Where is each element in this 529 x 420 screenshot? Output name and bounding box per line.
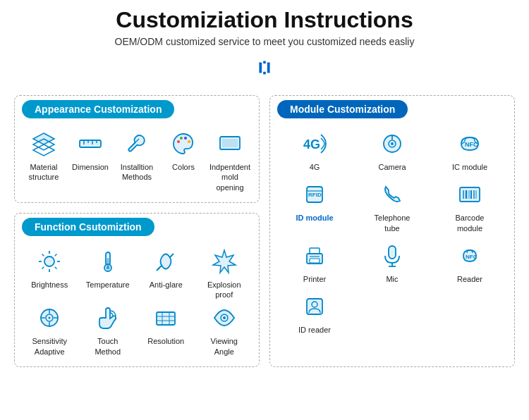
layers-icon bbox=[28, 128, 59, 159]
item-label: Anti-glare bbox=[150, 280, 183, 290]
svg-marker-34 bbox=[213, 250, 236, 273]
right-col: Module Customization 4G 4G bbox=[269, 95, 515, 367]
item-label: Barcodemodule bbox=[456, 213, 485, 233]
svg-rect-66 bbox=[310, 248, 320, 254]
divider-icon bbox=[14, 54, 515, 85]
svg-point-37 bbox=[49, 317, 51, 319]
list-item: RFID ID module bbox=[277, 179, 352, 233]
appearance-section: Appearance Customization Materialstructu… bbox=[14, 95, 260, 203]
list-item: Anti-glare bbox=[138, 246, 194, 300]
list-item: Resolution bbox=[138, 302, 194, 357]
list-item: ViewingAngle bbox=[197, 302, 253, 357]
svg-line-27 bbox=[55, 254, 57, 256]
list-item: Explosionproof bbox=[197, 246, 253, 300]
idreader-icon bbox=[299, 291, 330, 322]
svg-text:RFID: RFID bbox=[308, 192, 322, 198]
item-label: Mic bbox=[386, 274, 398, 284]
svg-rect-58 bbox=[460, 187, 480, 202]
item-label: Dimension bbox=[72, 162, 109, 172]
module-section: Module Customization 4G 4G bbox=[269, 95, 515, 367]
item-label: Resolution bbox=[147, 336, 184, 346]
svg-point-16 bbox=[184, 137, 187, 140]
svg-point-14 bbox=[177, 140, 180, 143]
item-label: Explosionproof bbox=[207, 280, 241, 300]
list-item: Materialstructure bbox=[22, 128, 66, 192]
svg-point-48 bbox=[223, 316, 226, 319]
list-item: TouchMethod bbox=[80, 302, 136, 357]
item-label: TouchMethod bbox=[95, 336, 121, 357]
svg-rect-69 bbox=[389, 246, 396, 259]
left-col: Appearance Customization Materialstructu… bbox=[14, 95, 260, 367]
list-item: Indpentdentmold opening bbox=[208, 128, 252, 192]
wrench-icon bbox=[121, 128, 152, 159]
svg-text:4G: 4G bbox=[303, 137, 320, 152]
appearance-header: Appearance Customization bbox=[22, 100, 174, 118]
function-header: Function Csutomiztion bbox=[22, 218, 154, 236]
item-label: InstalltionMethods bbox=[121, 162, 153, 183]
svg-text:NFC: NFC bbox=[466, 254, 478, 260]
camera-icon bbox=[377, 128, 408, 159]
list-item: Mic bbox=[355, 240, 430, 284]
item-label: SensitivityAdaptive bbox=[32, 336, 67, 357]
barcode-icon bbox=[454, 179, 485, 210]
list-item: ID reader bbox=[277, 291, 352, 335]
svg-point-17 bbox=[188, 140, 190, 143]
main-grid: Appearance Customization Materialstructu… bbox=[14, 95, 515, 367]
svg-point-32 bbox=[106, 266, 109, 269]
svg-rect-67 bbox=[310, 259, 320, 263]
item-label: Indpentdentmold opening bbox=[208, 162, 252, 192]
svg-rect-1 bbox=[267, 62, 270, 73]
svg-rect-19 bbox=[222, 139, 238, 147]
phone-icon bbox=[377, 179, 408, 210]
item-label: Colors bbox=[172, 162, 195, 172]
svg-line-25 bbox=[42, 254, 44, 256]
list-item: Barcodemodule bbox=[432, 179, 507, 233]
item-label: 4G bbox=[310, 162, 320, 172]
svg-rect-2 bbox=[263, 61, 266, 64]
mic-icon bbox=[377, 240, 408, 271]
screen-icon bbox=[214, 128, 245, 159]
ic-icon: NFC bbox=[454, 128, 485, 159]
palette-icon bbox=[168, 128, 199, 159]
list-item: Telephonetube bbox=[355, 179, 430, 233]
list-item: InstalltionMethods bbox=[115, 128, 159, 192]
explosion-icon bbox=[209, 246, 240, 277]
list-item: Printer bbox=[277, 240, 352, 284]
item-label: ID reader bbox=[298, 325, 331, 335]
svg-point-20 bbox=[44, 257, 54, 266]
page-title: Customiziation Instructions bbox=[14, 7, 515, 33]
svg-rect-42 bbox=[157, 312, 175, 325]
function-items: Brightness Temperature bbox=[22, 246, 252, 357]
item-label: Printer bbox=[303, 274, 326, 284]
item-label: Camera bbox=[378, 162, 406, 172]
item-label: Reader bbox=[457, 274, 482, 284]
svg-line-26 bbox=[55, 267, 57, 269]
list-item: SensitivityAdaptive bbox=[22, 302, 78, 357]
list-item: Camera bbox=[355, 128, 430, 172]
appearance-items: Materialstructure Dimension bbox=[22, 128, 252, 192]
brightness-icon bbox=[34, 246, 65, 277]
item-label: ViewingAngle bbox=[211, 336, 238, 357]
item-label: IC module bbox=[452, 162, 487, 172]
list-item: Temperature bbox=[80, 246, 136, 300]
item-label: ID module bbox=[296, 213, 333, 223]
thermometer-icon bbox=[92, 246, 123, 277]
printer-icon bbox=[299, 240, 330, 271]
svg-line-33 bbox=[157, 268, 159, 271]
list-item: 4G 4G bbox=[277, 128, 352, 172]
resolution-icon bbox=[150, 302, 181, 333]
list-item: NFC IC module bbox=[432, 128, 507, 172]
module-items: 4G 4G bbox=[277, 128, 507, 335]
list-item: Brightness bbox=[22, 246, 78, 300]
svg-point-15 bbox=[180, 137, 183, 140]
list-item: Colors bbox=[162, 128, 205, 192]
list-item: NFC Reader bbox=[432, 240, 507, 284]
svg-rect-8 bbox=[80, 140, 101, 147]
item-label: Temperature bbox=[86, 280, 130, 290]
list-item: Dimension bbox=[68, 128, 112, 192]
svg-rect-3 bbox=[263, 72, 266, 75]
reader-icon: NFC bbox=[454, 240, 485, 271]
svg-point-52 bbox=[391, 142, 394, 145]
eye-icon bbox=[209, 302, 240, 333]
item-label: Brightness bbox=[31, 280, 68, 290]
